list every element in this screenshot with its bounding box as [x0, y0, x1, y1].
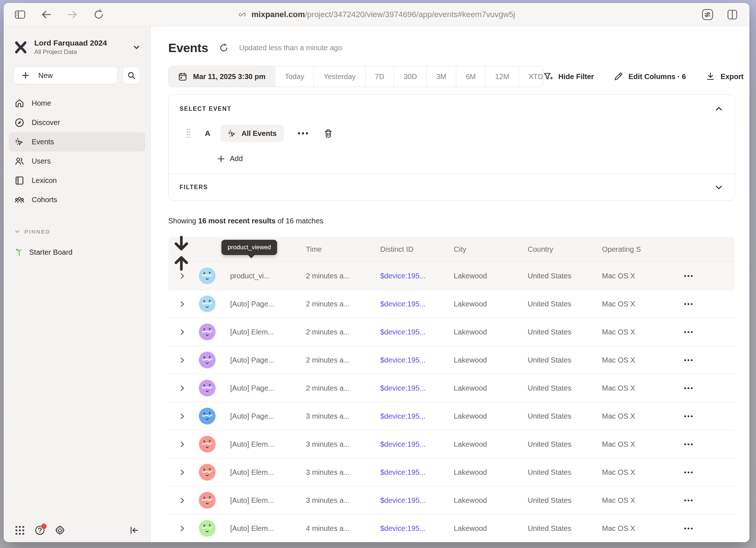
- event-name-tooltip: product_viewed: [221, 240, 277, 255]
- distinct-id-link[interactable]: $device:195...: [380, 384, 454, 392]
- collapse-section-chevron-up-icon[interactable]: [714, 104, 724, 114]
- expand-row-chevron-icon[interactable]: [179, 301, 185, 307]
- project-switcher[interactable]: Lord Farquaad 2024 All Project Data: [4, 39, 150, 56]
- distinct-id-link[interactable]: $device:195...: [380, 440, 454, 449]
- back-icon[interactable]: [41, 9, 52, 20]
- help-icon[interactable]: [35, 525, 45, 536]
- expand-row-chevron-icon[interactable]: [179, 357, 185, 363]
- row-menu-icon[interactable]: [681, 359, 735, 361]
- column-header-country[interactable]: Country: [528, 245, 602, 254]
- row-menu-icon[interactable]: [681, 303, 735, 305]
- mixpanel-logo: [14, 40, 28, 54]
- table-row[interactable]: [Auto] Elem... 3 minutes a... $device:19…: [168, 458, 735, 486]
- expand-row-chevron-icon[interactable]: [179, 441, 185, 447]
- row-menu-icon[interactable]: [681, 500, 735, 501]
- edit-columns-button[interactable]: Edit Columns · 6: [614, 72, 686, 81]
- date-preset-yesterday[interactable]: Yesterday: [314, 66, 365, 87]
- event-name-cell: [Auto] Elem...: [220, 524, 306, 533]
- expand-row-chevron-icon[interactable]: [179, 469, 185, 475]
- gear-icon[interactable]: [55, 525, 65, 536]
- reload-icon[interactable]: [93, 9, 104, 20]
- event-options-icon[interactable]: [298, 132, 308, 134]
- column-header-city[interactable]: City: [454, 245, 528, 254]
- collapse-rows-icon[interactable]: [168, 235, 194, 271]
- expand-row-chevron-icon[interactable]: [179, 385, 185, 391]
- export-label: Export: [721, 73, 744, 81]
- add-event-button[interactable]: Add: [217, 154, 243, 163]
- address-bar[interactable]: mixpanel.com/project/3472420/view/397469…: [238, 10, 515, 19]
- row-menu-icon[interactable]: [681, 471, 735, 473]
- refresh-icon[interactable]: [219, 43, 228, 52]
- expand-row-chevron-icon[interactable]: [179, 273, 185, 279]
- filters-section: FILTERS: [169, 174, 735, 200]
- apps-grid-icon[interactable]: [15, 525, 25, 536]
- delete-event-icon[interactable]: [323, 129, 333, 138]
- row-menu-icon[interactable]: [681, 331, 735, 333]
- column-header-distinct-id[interactable]: Distinct ID: [380, 245, 454, 254]
- table-row[interactable]: [Auto] Page... 3 minutes a... $device:19…: [168, 402, 735, 430]
- collapse-sidebar-icon[interactable]: [129, 525, 139, 536]
- distinct-id-link[interactable]: $device:195...: [380, 328, 454, 336]
- event-selector-pill[interactable]: All Events: [220, 125, 284, 142]
- city-cell: Lakewood: [454, 496, 528, 505]
- os-cell: Mac OS X: [602, 384, 681, 392]
- country-cell: United States: [528, 300, 602, 308]
- sidebar-item-events[interactable]: Events: [9, 132, 145, 152]
- date-preset-6m[interactable]: 6M: [456, 66, 486, 87]
- distinct-id-link[interactable]: $device:195...: [380, 272, 454, 280]
- table-row[interactable]: [Auto] Page... 2 minutes a... $device:19…: [168, 290, 735, 318]
- distinct-id-link[interactable]: $device:195...: [380, 468, 454, 477]
- row-menu-icon[interactable]: [681, 443, 735, 445]
- distinct-id-link[interactable]: $device:195...: [380, 412, 454, 420]
- pinned-section-header[interactable]: PINNED: [4, 228, 150, 235]
- table-row[interactable]: [Auto] Elem... 4 minutes a... $device:19…: [168, 514, 735, 542]
- sidebar-item-cohorts[interactable]: Cohorts: [9, 190, 145, 210]
- row-menu-icon[interactable]: [681, 528, 735, 529]
- distinct-id-link[interactable]: $device:195...: [380, 524, 454, 533]
- time-cell: 2 minutes a...: [306, 300, 380, 308]
- date-preset-30d[interactable]: 30D: [394, 66, 427, 87]
- browser-sidebar-toggle-icon[interactable]: [15, 9, 25, 20]
- column-header-time[interactable]: Time: [306, 245, 380, 254]
- new-button[interactable]: New: [14, 67, 118, 84]
- expand-row-chevron-icon[interactable]: [179, 525, 185, 532]
- filter-funnel-icon: [543, 72, 553, 81]
- sidebar-item-home[interactable]: Home: [9, 94, 145, 113]
- seedling-icon: [15, 247, 24, 257]
- date-picker-button[interactable]: Mar 11, 2025 3:30 pm: [169, 66, 275, 87]
- table-row[interactable]: [Auto] Page... 2 minutes a... $device:19…: [168, 346, 735, 374]
- table-row[interactable]: [Auto] Elem... 3 minutes a... $device:19…: [168, 430, 735, 458]
- date-preset-12m[interactable]: 12M: [485, 66, 519, 87]
- country-cell: United States: [528, 412, 602, 420]
- table-row[interactable]: [Auto] Page... 2 minutes a... $device:19…: [168, 374, 735, 402]
- drag-handle-icon[interactable]: [186, 128, 191, 139]
- row-menu-icon[interactable]: [681, 387, 735, 389]
- date-preset-today[interactable]: Today: [275, 66, 314, 87]
- page-settings-icon[interactable]: [701, 8, 714, 21]
- row-menu-icon[interactable]: [681, 415, 735, 417]
- split-view-icon[interactable]: [726, 8, 739, 21]
- search-button[interactable]: [123, 67, 140, 84]
- table-row[interactable]: [Auto] Elem... 2 minutes a... $device:19…: [168, 318, 735, 346]
- table-row[interactable]: product_vi... 2 minutes a... $device:195…: [168, 262, 735, 290]
- plus-icon: [21, 71, 29, 79]
- row-menu-icon[interactable]: [681, 275, 735, 277]
- pinned-item-starter-board[interactable]: Starter Board: [4, 244, 150, 260]
- expand-filters-chevron-down-icon[interactable]: [714, 183, 724, 192]
- sidebar-item-discover[interactable]: Discover: [9, 113, 145, 132]
- expand-row-chevron-icon[interactable]: [179, 413, 185, 419]
- date-preset-3m[interactable]: 3M: [427, 66, 456, 87]
- hide-filter-button[interactable]: Hide Filter: [543, 72, 594, 81]
- column-header-os[interactable]: Operating S: [602, 245, 681, 254]
- distinct-id-link[interactable]: $device:195...: [380, 496, 454, 505]
- distinct-id-link[interactable]: $device:195...: [380, 300, 454, 308]
- sidebar-item-users[interactable]: Users: [9, 152, 145, 171]
- distinct-id-link[interactable]: $device:195...: [380, 356, 454, 364]
- date-preset-7d[interactable]: 7D: [366, 66, 394, 87]
- export-button[interactable]: Export: [706, 72, 744, 81]
- expand-row-chevron-icon[interactable]: [179, 329, 185, 335]
- table-row[interactable]: [Auto] Elem... 3 minutes a... $device:19…: [168, 486, 735, 514]
- sidebar-item-lexicon[interactable]: Lexicon: [9, 171, 145, 190]
- expand-row-chevron-icon[interactable]: [179, 497, 185, 504]
- date-preset-xtd[interactable]: XTD: [519, 66, 543, 87]
